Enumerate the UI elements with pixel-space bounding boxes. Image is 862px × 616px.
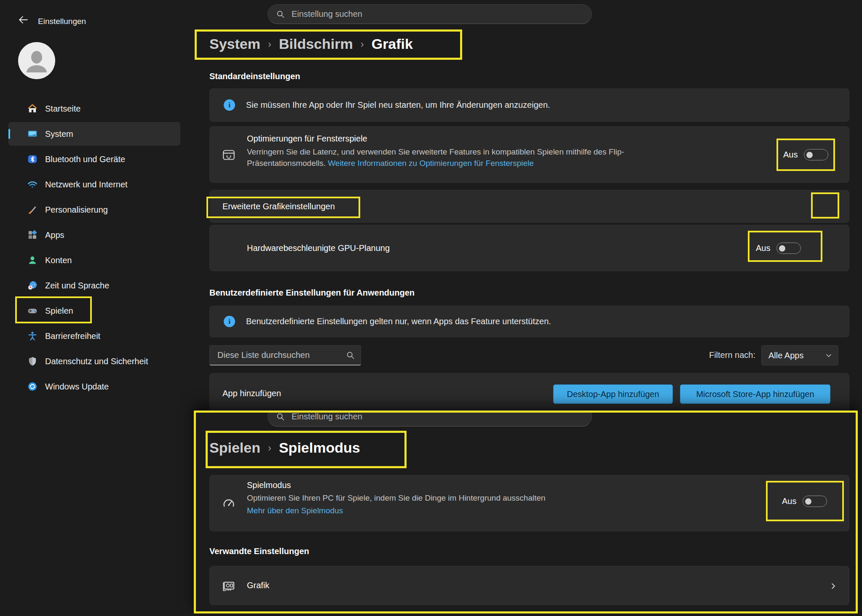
fensterspiele-description: Verringern Sie die Latenz, und verwenden… — [247, 146, 693, 169]
sidebar-item-zeit-sprache[interactable]: Zeit und Sprache — [8, 274, 180, 297]
card-advanced-graphics-expander[interactable]: Erweiterte Grafikeinstellungen — [209, 190, 849, 223]
sidebar-nav: Startseite System Bluetooth und Geräte N… — [8, 97, 180, 400]
card-related-grafik[interactable]: Grafik — [209, 566, 849, 605]
sidebar-item-system[interactable]: System — [8, 122, 180, 146]
apps-icon — [27, 229, 38, 240]
sidebar-item-label: Windows Update — [45, 382, 109, 392]
breadcrumb-separator: › — [268, 38, 271, 50]
toggle-knob — [779, 245, 785, 251]
person-silhouette-icon — [18, 42, 55, 79]
sidebar-item-label: Netzwerk und Internet — [45, 180, 128, 189]
back-arrow-icon — [18, 14, 29, 25]
breadcrumb-system[interactable]: System — [209, 36, 260, 52]
search-icon — [276, 413, 285, 421]
network-icon — [27, 179, 38, 190]
fensterspiele-title: Optimierungen für Fensterspiele — [247, 134, 710, 144]
info-icon: i — [224, 99, 235, 111]
personalization-icon — [27, 204, 38, 215]
advanced-graphics-label: Erweiterte Grafikeinstellungen — [222, 202, 335, 211]
accounts-icon — [27, 255, 38, 266]
sidebar-item-label: Konten — [45, 256, 72, 265]
toggle-knob — [805, 498, 811, 504]
section-standardeinstellungen: Standardeinstellungen — [209, 72, 300, 81]
sidebar-item-windows-update[interactable]: Windows Update — [8, 375, 180, 398]
app-list-search-input[interactable] — [217, 350, 342, 360]
windowed-games-icon — [222, 148, 236, 162]
filter-dropdown[interactable]: Alle Apps — [761, 345, 838, 365]
sidebar-item-datenschutz[interactable]: Datenschutz und Sicherheit — [8, 349, 180, 373]
breadcrumb-spielen[interactable]: Spielen — [209, 440, 260, 456]
filter-label: Filtern nach: — [673, 350, 755, 360]
sidebar-item-label: Startseite — [45, 104, 80, 114]
sidebar-item-apps[interactable]: Apps — [8, 223, 180, 247]
settings-search-input[interactable] — [291, 9, 583, 19]
breadcrumb-separator: › — [361, 38, 364, 50]
sidebar-item-label: Datenschutz und Sicherheit — [45, 357, 148, 366]
gpu-scheduling-toggle[interactable] — [776, 243, 801, 254]
add-store-app-button[interactable]: Microsoft Store-App hinzufügen — [680, 384, 830, 404]
sidebar-item-barrierefreiheit[interactable]: Barrierefreiheit — [8, 324, 180, 348]
sidebar-item-startseite[interactable]: Startseite — [8, 97, 180, 120]
gaming-icon — [27, 305, 38, 316]
breadcrumb-spielmodus: Spielmodus — [279, 440, 360, 456]
info-icon: i — [224, 316, 235, 327]
sidebar-item-personalisierung[interactable]: Personalisierung — [8, 198, 180, 221]
search-icon — [276, 10, 285, 19]
gamemode-screenshot-overlay: Spielen › Spielmodus Spielmodus Optimier… — [194, 411, 858, 613]
windows-settings-screenshot: { "window": { "app_title": "Einstellunge… — [0, 0, 862, 616]
gpu-scheduling-label: Hardwarebeschleunigte GPU-Planung — [247, 243, 390, 253]
info-banner-restart: i Sie müssen Ihre App oder Ihr Spiel neu… — [209, 88, 849, 122]
breadcrumb-separator: › — [268, 442, 271, 454]
section-custom-settings: Benutzerdefinierte Einstellungen für Anw… — [209, 288, 415, 298]
settings-search-input[interactable] — [291, 411, 583, 422]
sidebar-item-spielen[interactable]: Spielen — [8, 299, 180, 323]
sidebar-item-label: System — [45, 129, 73, 139]
app-list-search[interactable] — [209, 345, 361, 365]
sidebar-item-label: Zeit und Sprache — [45, 281, 109, 291]
toggle-knob — [806, 152, 813, 158]
system-icon — [27, 128, 38, 139]
spielmodus-title: Spielmodus — [247, 480, 752, 490]
settings-search-bar[interactable] — [268, 411, 592, 427]
sidebar-item-label: Spielen — [45, 306, 73, 316]
section-related-settings: Verwandte Einstellungen — [209, 547, 309, 556]
spielmodus-learn-more-link[interactable]: Mehr über den Spielmodus — [247, 506, 343, 515]
breadcrumb-gamemode: Spielen › Spielmodus — [209, 440, 360, 456]
add-desktop-app-button[interactable]: Desktop-App hinzufügen — [553, 384, 673, 404]
fensterspiele-learn-more-link[interactable]: Weitere Informationen zu Optimierungen f… — [328, 159, 534, 168]
sidebar-item-konten[interactable]: Konten — [8, 248, 180, 272]
spielmodus-toggle-group: Aus — [782, 496, 827, 507]
home-icon — [27, 103, 38, 114]
spielmodus-toggle[interactable] — [803, 496, 827, 507]
card-gpu-scheduling: Hardwarebeschleunigte GPU-Planung Aus — [209, 225, 849, 271]
sidebar-item-bluetooth[interactable]: Bluetooth und Geräte — [8, 147, 180, 171]
user-avatar[interactable] — [18, 42, 55, 79]
chevron-right-icon — [825, 579, 842, 593]
sidebar-item-netzwerk[interactable]: Netzwerk und Internet — [8, 173, 180, 196]
windows-update-icon — [27, 381, 38, 392]
fensterspiele-toggle[interactable] — [804, 149, 828, 160]
bluetooth-icon — [27, 154, 38, 165]
back-button[interactable] — [16, 13, 30, 26]
time-language-icon — [27, 280, 38, 291]
sidebar-item-label: Personalisierung — [45, 205, 108, 215]
breadcrumb-graphics: System › Bildschirm › Grafik — [209, 36, 413, 52]
breadcrumb-bildschirm[interactable]: Bildschirm — [279, 36, 353, 52]
gpu-icon — [222, 579, 236, 593]
search-icon — [346, 351, 355, 360]
info-banner-text: Benutzerdefinierte Einstellungen gelten … — [246, 317, 551, 326]
filter-dropdown-value: Alle Apps — [768, 351, 825, 360]
gpu-scheduling-toggle-label: Aus — [756, 243, 770, 253]
game-mode-icon — [222, 496, 236, 511]
spielmodus-description: Optimieren Sie Ihren PC für Spiele, inde… — [247, 492, 752, 504]
add-app-label: App hinzufügen — [222, 389, 281, 398]
fensterspiele-toggle-group: Aus — [783, 149, 828, 160]
settings-search-bar[interactable] — [268, 4, 592, 24]
sidebar-item-label: Barrierefreiheit — [45, 331, 100, 341]
info-banner-custom: i Benutzerdefinierte Einstellungen gelte… — [209, 306, 849, 337]
privacy-shield-icon — [27, 356, 38, 367]
related-grafik-label: Grafik — [247, 581, 269, 590]
accessibility-icon — [27, 331, 38, 341]
sidebar-item-label: Bluetooth und Geräte — [45, 155, 125, 164]
app-title: Einstellungen — [38, 17, 86, 26]
